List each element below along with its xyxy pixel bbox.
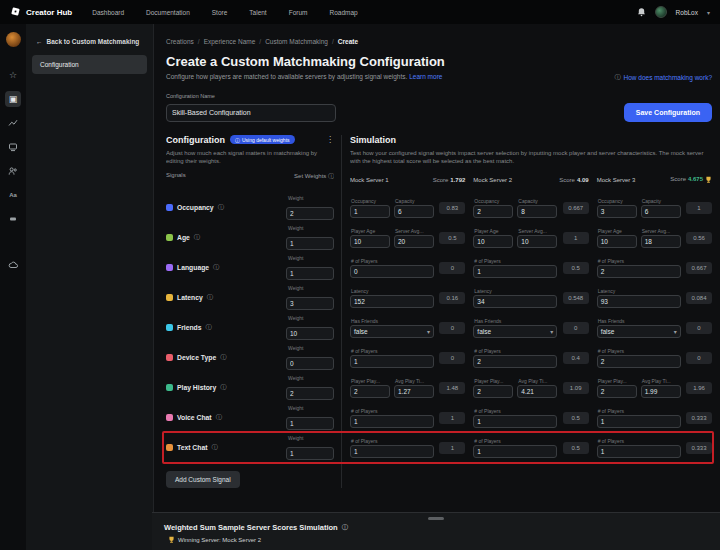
sidebar-item-configuration[interactable]: Configuration — [32, 55, 147, 74]
learn-more-link[interactable]: Learn more — [409, 73, 442, 80]
sim-field-input[interactable]: 6 — [641, 205, 681, 218]
sim-field-input[interactable]: 18 — [641, 235, 681, 248]
sim-field-input[interactable]: 1 — [350, 415, 434, 428]
nav-item-forum[interactable]: Forum — [289, 9, 308, 16]
sim-field-dropdown[interactable]: false▾ — [473, 325, 557, 338]
sim-field-input[interactable]: 20 — [394, 235, 434, 248]
cloud-icon[interactable] — [5, 257, 21, 273]
score-chip: 0.5 — [563, 262, 589, 274]
sim-field-input[interactable]: 152 — [350, 295, 434, 308]
breadcrumb-item[interactable]: Create — [338, 38, 358, 45]
weight-input[interactable] — [286, 357, 334, 370]
monetization-icon[interactable] — [5, 139, 21, 155]
sim-field-input[interactable]: 34 — [473, 295, 557, 308]
weight-input[interactable] — [286, 447, 334, 460]
weight-input[interactable] — [286, 297, 334, 310]
info-icon[interactable]: ⓘ — [220, 353, 226, 362]
sim-field-dropdown[interactable]: false▾ — [597, 325, 681, 338]
weight-input[interactable] — [286, 387, 334, 400]
creations-icon[interactable]: ▣ — [5, 91, 21, 107]
info-icon[interactable]: ⓘ — [218, 203, 224, 212]
info-icon[interactable]: ⓘ — [206, 323, 212, 332]
weight-group: Weight — [286, 225, 334, 250]
sim-field-input[interactable]: 2 — [473, 355, 557, 368]
info-icon[interactable]: ⓘ — [216, 413, 222, 422]
weight-input[interactable] — [286, 267, 334, 280]
sim-cell: Has Friendsfalse▾0 — [350, 313, 465, 343]
sim-field-input[interactable]: 1 — [350, 355, 434, 368]
sim-field-label: # of Players — [597, 258, 681, 264]
add-custom-signal-button[interactable]: Add Custom Signal — [166, 471, 240, 488]
analytics-icon[interactable] — [5, 115, 21, 131]
sim-field-input[interactable]: 3 — [597, 205, 637, 218]
nav-item-dashboard[interactable]: Dashboard — [92, 9, 124, 16]
sim-field-input[interactable]: 1 — [597, 415, 681, 428]
star-icon[interactable]: ☆ — [5, 67, 21, 83]
sim-field-input[interactable]: 10 — [473, 235, 513, 248]
sim-field-input[interactable]: 1 — [597, 445, 681, 458]
signal-row-friends: FriendsⓘWeight — [166, 313, 334, 343]
sim-fields: # of Players2 — [597, 258, 681, 278]
sim-field-input[interactable]: 1.27 — [394, 385, 434, 398]
info-icon[interactable]: ⓘ — [207, 293, 213, 302]
sim-field-input[interactable]: 1 — [350, 445, 434, 458]
sim-field-input[interactable]: 0 — [350, 265, 434, 278]
badge-icon[interactable] — [5, 211, 21, 227]
info-icon[interactable]: ⓘ — [220, 383, 226, 392]
breadcrumb-item[interactable]: Creations — [166, 38, 194, 45]
sim-field-input[interactable]: 93 — [597, 295, 681, 308]
nav-item-documentation[interactable]: Documentation — [146, 9, 190, 16]
sim-cell: # of Players11 — [350, 433, 465, 463]
score-chip: 1 — [439, 412, 465, 424]
sim-field-input[interactable]: 4.21 — [517, 385, 557, 398]
configuration-name-input[interactable] — [166, 104, 336, 122]
kebab-menu-icon[interactable]: ⋮ — [326, 135, 334, 144]
drawer-drag-handle[interactable] — [428, 517, 444, 520]
sim-fields: Occupancy3Capacity6 — [597, 198, 681, 218]
weight-input[interactable] — [286, 207, 334, 220]
breadcrumb-item[interactable]: Experience Name — [204, 38, 256, 45]
sim-field-input[interactable]: 2 — [473, 205, 513, 218]
localization-icon[interactable]: Aa — [5, 187, 21, 203]
sim-field-input[interactable]: 2 — [597, 265, 681, 278]
info-icon[interactable]: ⓘ — [211, 443, 217, 452]
sim-field-input[interactable]: 1 — [473, 445, 557, 458]
sim-field-input[interactable]: 1 — [350, 205, 390, 218]
sim-field-input[interactable]: 2 — [473, 385, 513, 398]
brand[interactable]: Creator Hub — [10, 3, 72, 21]
back-link[interactable]: ← Back to Custom Matchmaking — [32, 34, 147, 55]
weight-input[interactable] — [286, 417, 334, 430]
info-icon[interactable]: ⓘ — [194, 233, 200, 242]
sim-field: Player Play...2 — [597, 378, 637, 398]
user-avatar[interactable] — [655, 6, 667, 18]
sim-field-input[interactable]: 6 — [394, 205, 434, 218]
weight-input[interactable] — [286, 327, 334, 340]
sim-field-input[interactable]: 10 — [350, 235, 390, 248]
notifications-bell-icon[interactable] — [637, 3, 646, 21]
sim-field-input[interactable]: 2 — [597, 385, 637, 398]
sim-field-dropdown[interactable]: false▾ — [350, 325, 434, 338]
save-configuration-button[interactable]: Save Configuration — [624, 103, 712, 122]
sim-field-input[interactable]: 1 — [473, 265, 557, 278]
nav-item-talent[interactable]: Talent — [249, 9, 266, 16]
nav-item-store[interactable]: Store — [212, 9, 228, 16]
sim-field-input[interactable]: 2 — [597, 355, 681, 368]
nav-item-roadmap[interactable]: Roadmap — [329, 9, 357, 16]
default-weights-badge: ⓘ Using default weights — [230, 135, 295, 144]
info-icon[interactable]: ⓘ — [213, 263, 219, 272]
sim-field-input[interactable]: 1.99 — [641, 385, 681, 398]
experience-avatar[interactable] — [6, 32, 21, 47]
info-icon[interactable]: ⓘ — [328, 173, 334, 179]
info-icon[interactable]: ⓘ — [342, 523, 348, 532]
collaboration-people-icon[interactable] — [5, 163, 21, 179]
sim-field-input[interactable]: 10 — [517, 235, 557, 248]
help-link[interactable]: ⓘ How does matchmaking work? — [614, 73, 712, 82]
sim-field-input[interactable]: 10 — [597, 235, 637, 248]
sim-field-input[interactable]: 8 — [517, 205, 557, 218]
sim-field-input[interactable]: 1 — [473, 415, 557, 428]
chevron-down-icon[interactable]: ▾ — [707, 9, 710, 16]
signal-row-language: LanguageⓘWeight — [166, 253, 334, 283]
breadcrumb-item[interactable]: Custom Matchmaking — [265, 38, 328, 45]
weight-input[interactable] — [286, 237, 334, 250]
sim-field-input[interactable]: 2 — [350, 385, 390, 398]
